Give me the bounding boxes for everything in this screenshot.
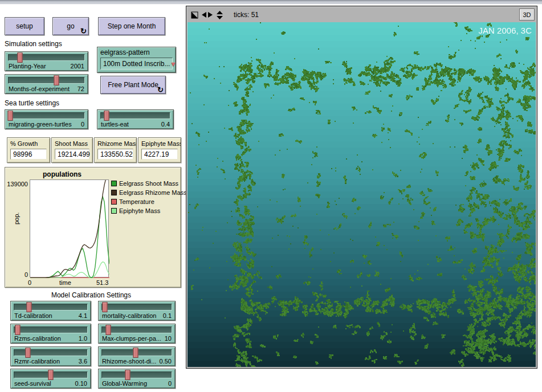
slider-value: 1.0 <box>79 335 87 342</box>
slider-handle[interactable] <box>133 348 138 358</box>
slider-value: 0 <box>168 380 172 387</box>
world-view-header: ticks: 51 3D <box>188 7 536 22</box>
legend-swatch <box>111 190 117 195</box>
legend-item-epiphyte-mass: Epiphyte Mass <box>111 206 187 215</box>
window-top-strip <box>0 0 542 5</box>
monitor-label: Rhizome Mass <box>97 140 133 147</box>
slider-track[interactable] <box>100 112 170 119</box>
slider-handle[interactable] <box>105 325 111 335</box>
populations-plot: populations 139000 0 pop. 0 time 51.3 Ee… <box>5 167 181 288</box>
legend-swatch <box>111 208 117 214</box>
slider-rhizome-shoot-di[interactable]: Rhizome-shoot-di...0.50 <box>98 346 176 366</box>
free-plant-button-label: Free Plant Mode <box>108 81 158 89</box>
world-view-canvas[interactable] <box>188 22 536 367</box>
slider-track[interactable] <box>14 371 88 378</box>
monitor-rhizome-mass: Rhizome Mass133550.52 <box>94 137 137 163</box>
slider-track[interactable] <box>14 304 88 311</box>
slider-mortality-calibration[interactable]: mortality-calibration0.1 <box>98 301 176 321</box>
legend-item-eelgrass-rhizome-mass: Eelgrass Rhizome Mass <box>111 188 187 197</box>
slider-value: 0.4 <box>161 121 170 128</box>
slider-track[interactable] <box>101 326 172 333</box>
slider-handle[interactable] <box>102 302 107 312</box>
forever-icon: ↻ <box>80 27 87 35</box>
plot-canvas <box>30 179 109 277</box>
monitor-growth: % Growth98996 <box>7 137 50 163</box>
monitor-epiphyte-mass: Epiphyte Mass4227.19 <box>138 137 181 163</box>
slider-label: Planting-Year <box>9 63 46 70</box>
plot-x-axis-label: time <box>59 279 71 286</box>
slider-handle[interactable] <box>104 111 109 121</box>
slider-planting-year[interactable]: Planting-Year2001 <box>5 51 88 71</box>
slider-max-clumps-per-pa[interactable]: Max-clumps-per-pa...10 <box>98 324 176 344</box>
slider-track[interactable] <box>101 304 172 311</box>
slider-track[interactable] <box>14 326 88 333</box>
plot-xmax-label: 51.3 <box>96 279 108 286</box>
slider-handle[interactable] <box>48 370 54 380</box>
slider-handle[interactable] <box>7 111 13 121</box>
monitor-value: 98996 <box>10 149 47 160</box>
slider-rzmr-calibration[interactable]: Rzmr-calibration3.6 <box>10 346 91 366</box>
slider-label: turtles-eat <box>101 121 129 128</box>
slider-track[interactable] <box>8 77 85 84</box>
legend-item-eelgrass-shoot-mass: Eelgrass Shoot Mass <box>111 179 187 188</box>
vertical-arrows-icon[interactable] <box>216 11 223 19</box>
go-button[interactable]: go ↻ <box>52 17 89 35</box>
eelgrass-pattern-chooser[interactable]: eelgrass-pattern 100m Dotted Inscrib... … <box>97 47 176 73</box>
monitor-shoot-mass: Shoot Mass19214.499 <box>51 137 93 163</box>
slider-value: 10 <box>165 335 172 342</box>
slider-handle[interactable] <box>26 348 31 358</box>
slider-handle[interactable] <box>15 325 21 335</box>
plot-ymin-label: 0 <box>5 271 28 278</box>
slider-value: 0.1 <box>163 312 172 319</box>
slider-label: mortality-calibration <box>102 312 156 319</box>
free-plant-mode-button[interactable]: Free Plant Mode ↻ <box>100 76 166 94</box>
legend-item-temperature: Temperature <box>111 197 187 206</box>
legend-swatch <box>111 181 117 186</box>
slider-track[interactable] <box>14 349 88 356</box>
slider-rzms-calibration[interactable]: Rzms-calibration1.0 <box>10 324 91 344</box>
slider-migrating-green-turtles[interactable]: migrating-green-turtles0 <box>5 109 88 129</box>
slider-months-of-experiment[interactable]: Months-of-experiment72 <box>5 74 88 94</box>
chooser-selected-value: 100m Dotted Inscrib... <box>103 60 170 68</box>
monitor-label: Shoot Mass <box>55 140 89 147</box>
slider-track[interactable] <box>8 112 85 119</box>
plot-legend: Eelgrass Shoot MassEelgrass Rhizome Mass… <box>111 179 187 215</box>
slider-label: Max-clumps-per-pa... <box>102 335 161 342</box>
slider-track[interactable] <box>101 371 172 378</box>
slider-track[interactable] <box>101 349 172 356</box>
slider-label: Global-Warming <box>102 380 147 387</box>
slider-label: Rhizome-shoot-di... <box>102 358 156 365</box>
slider-handle[interactable] <box>125 370 131 380</box>
monitor-value: 19214.499 <box>55 149 89 160</box>
slider-seed-survival[interactable]: seed-survival0.10 <box>10 369 91 389</box>
slider-td-calibration[interactable]: Td-calibration4.1 <box>10 301 91 321</box>
plot-ymax-label: 139000 <box>5 181 28 187</box>
slider-value: 0.10 <box>75 380 87 387</box>
view-size-icon[interactable] <box>191 11 198 19</box>
plot-title: populations <box>5 170 119 178</box>
model-calibration-settings-label: Model Calibration Settings <box>0 291 182 299</box>
setup-button-label: setup <box>16 22 32 30</box>
monitor-value: 133550.52 <box>97 149 133 160</box>
slider-label: migrating-green-turtles <box>9 121 72 128</box>
setup-button[interactable]: setup <box>5 17 44 35</box>
go-button-label: go <box>67 22 74 30</box>
slider-handle[interactable] <box>17 52 22 63</box>
slider-track[interactable] <box>8 54 85 61</box>
slider-label: seed-survival <box>14 380 51 387</box>
view-3d-button[interactable]: 3D <box>519 9 535 21</box>
chooser-dropdown[interactable]: 100m Dotted Inscrib... ▼ <box>100 58 173 70</box>
step-one-month-button[interactable]: Step one Month <box>98 17 165 35</box>
legend-label: Epiphyte Mass <box>119 207 160 214</box>
plot-y-axis-label: pop. <box>13 213 20 224</box>
slider-turtles-eat[interactable]: turtles-eat0.4 <box>97 109 174 129</box>
slider-value: 3.6 <box>79 358 87 365</box>
slider-label: Rzmr-calibration <box>14 358 60 365</box>
slider-value: 0 <box>81 121 84 128</box>
slider-handle[interactable] <box>26 302 31 312</box>
slider-label: Td-calibration <box>14 312 52 319</box>
slider-global-warming[interactable]: Global-Warming0 <box>98 369 176 389</box>
legend-swatch <box>111 199 117 205</box>
slider-handle[interactable] <box>54 75 59 85</box>
horizontal-arrows-icon[interactable] <box>202 11 213 18</box>
